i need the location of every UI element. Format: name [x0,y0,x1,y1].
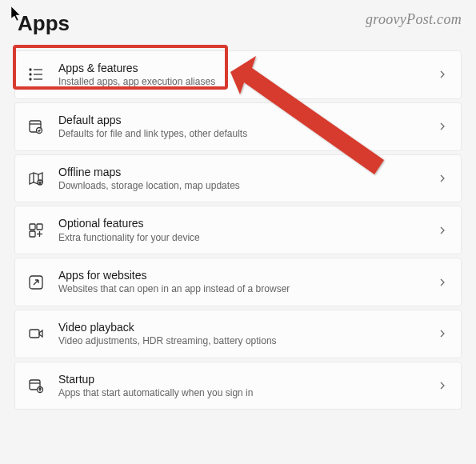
item-text: Default apps Defaults for file and link … [58,113,424,141]
chevron-right-icon [437,173,448,184]
svg-point-0 [30,69,31,70]
item-subtitle: Extra functionality for your device [58,232,424,245]
item-title: Video playback [58,320,424,334]
item-title: Apps for websites [58,268,424,282]
item-default-apps[interactable]: Default apps Defaults for file and link … [14,102,462,151]
item-title: Optional features [58,216,424,230]
item-optional-features[interactable]: Optional features Extra functionality fo… [14,206,462,254]
header: Apps groovyPost.com [14,11,462,36]
chevron-right-icon [437,277,448,288]
item-text: Startup Apps that start automatically wh… [58,372,424,400]
item-startup[interactable]: Startup Apps that start automatically wh… [14,362,462,410]
offline-maps-icon [26,169,46,188]
item-apps-websites[interactable]: Apps for websites Websites that can open… [14,258,462,306]
item-subtitle: Video adjustments, HDR streaming, batter… [58,335,424,348]
svg-point-4 [30,78,31,80]
page-title: Apps [18,11,70,36]
chevron-right-icon [437,225,448,236]
settings-list: Apps & features Installed apps, app exec… [14,50,462,410]
item-text: Apps for websites Websites that can open… [58,268,424,296]
apps-websites-icon [26,273,46,292]
item-title: Apps & features [58,61,424,75]
startup-icon [26,376,46,395]
item-text: Video playback Video adjustments, HDR st… [58,320,424,348]
chevron-right-icon [437,121,448,132]
item-text: Apps & features Installed apps, app exec… [58,61,424,89]
apps-features-icon [26,65,46,84]
optional-features-icon [26,221,46,240]
watermark: groovyPost.com [366,11,462,28]
chevron-right-icon [437,328,448,339]
item-subtitle: Defaults for file and link types, other … [58,128,424,141]
svg-rect-14 [30,231,35,237]
item-subtitle: Installed apps, app execution aliases [58,76,424,89]
chevron-right-icon [437,69,448,80]
svg-rect-18 [30,330,39,338]
item-title: Offline maps [58,165,424,179]
item-text: Optional features Extra functionality fo… [58,216,424,244]
svg-rect-12 [30,224,35,230]
item-subtitle: Downloads, storage location, map updates [58,180,424,193]
item-video-playback[interactable]: Video playback Video adjustments, HDR st… [14,310,462,358]
svg-point-2 [30,74,31,75]
svg-rect-13 [37,224,42,230]
item-subtitle: Apps that start automatically when you s… [58,387,424,400]
cursor-icon [11,6,24,22]
chevron-right-icon [437,380,448,391]
default-apps-icon [26,117,46,136]
item-apps-features[interactable]: Apps & features Installed apps, app exec… [14,50,462,99]
item-subtitle: Websites that can open in an app instead… [58,283,424,296]
video-playback-icon [26,324,46,343]
item-offline-maps[interactable]: Offline maps Downloads, storage location… [14,154,462,203]
item-title: Default apps [58,113,424,127]
item-text: Offline maps Downloads, storage location… [58,165,424,193]
item-title: Startup [58,372,424,386]
